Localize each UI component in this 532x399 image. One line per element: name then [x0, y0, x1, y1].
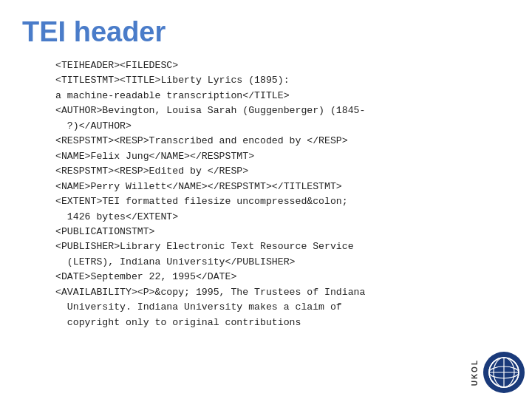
code-line-8: <RESPSTMT><RESP>Edited by </RESP> — [55, 164, 491, 179]
code-line-14: (LETRS), Indiana University</PUBLISHER> — [55, 255, 491, 270]
code-line-11: 1426 bytes</EXTENT> — [55, 210, 491, 225]
code-block: <TEIHEADER><FILEDESC> <TITLESTMT><TITLE>… — [0, 58, 532, 330]
code-line-7: <NAME>Felix Jung</NAME></RESPSTMT> — [55, 149, 491, 164]
logo-circle — [483, 352, 525, 393]
code-line-9: <NAME>Perry Willett</NAME></RESPSTMT></T… — [55, 180, 491, 194]
code-line-5: ?)</AUTHOR> — [55, 119, 491, 134]
page-title: TEI header — [0, 0, 532, 58]
code-line-18: copyright only to original contributions — [55, 316, 491, 330]
code-line-17: University. Indiana University makes a c… — [55, 300, 491, 315]
code-line-4: <AUTHOR>Bevington, Louisa Sarah (Guggenb… — [55, 103, 491, 118]
code-line-6: <RESPSTMT><RESP>Transcribed and encoded … — [55, 134, 491, 149]
code-line-16: <AVAILABILITY><P>&copy; 1995, The Truste… — [55, 285, 491, 300]
code-line-1: <TEIHEADER><FILEDESC> — [55, 58, 491, 73]
code-line-2: <TITLESTMT><TITLE>Liberty Lyrics (1895): — [55, 73, 491, 88]
logo-icon — [488, 356, 520, 389]
code-line-13: <PUBLISHER>Library Electronic Text Resou… — [55, 239, 491, 254]
logo-badge: UKOL — [471, 352, 525, 393]
code-line-3: a machine-readable transcription</TITLE> — [55, 89, 491, 103]
code-line-15: <DATE>September 22, 1995</DATE> — [55, 270, 491, 284]
code-line-12: <PUBLICATIONSTMT> — [55, 225, 491, 239]
code-line-10: <EXTENT>TEI formatted filesize uncompres… — [55, 194, 491, 209]
uk-ol-label: UKOL — [471, 359, 479, 386]
